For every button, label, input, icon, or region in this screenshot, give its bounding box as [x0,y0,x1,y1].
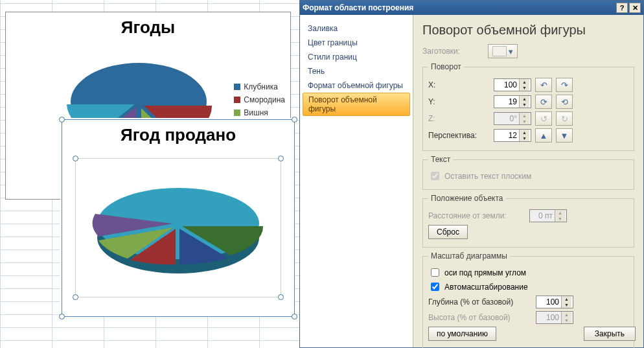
nav-shadow[interactable]: Тень [300,64,413,78]
perspective-widen-button[interactable]: ▼ [556,128,573,143]
dialog-close-button[interactable]: Закрыть [584,327,636,341]
perspective-narrow-button[interactable]: ▲ [535,128,552,143]
rotate-z-ccw-button: ↺ [535,111,552,126]
dialog-titlebar[interactable]: Формат области построения ? ✕ [300,1,643,15]
rotate-x-right-button[interactable]: ↷ [556,78,573,92]
presets-label: Заготовки: [422,47,484,56]
resize-handle-se[interactable] [292,314,297,319]
height-label: Высота (% от базовой) [428,313,532,322]
panel-heading: Поворот объемной фигуры [422,23,634,38]
reset-button[interactable]: Сброс [428,225,468,239]
resize-handle-nw[interactable] [73,156,78,161]
height-input: ▲▼ [536,311,573,324]
legend-label: Клубника [244,82,278,91]
depth-input[interactable]: ▲▼ [536,296,573,308]
depth-label: Глубина (% от базовой) [428,297,532,307]
plot-area[interactable] [75,158,281,297]
distance-input: ▲▼ [529,209,567,222]
group-label: Масштаб диаграммы [428,251,510,261]
help-button[interactable]: ? [616,3,628,13]
group-label: Поворот [428,62,464,71]
spin-down: ▼ [561,318,571,323]
rotate-y-down-button[interactable]: ⟲ [556,95,573,109]
x-label: X: [428,80,490,89]
perspective-input[interactable]: ▲▼ [494,129,531,142]
spin-down: ▼ [519,119,529,124]
presets-dropdown[interactable]: ▾ [488,44,518,58]
resize-handle-se[interactable] [278,294,284,300]
spin-down[interactable]: ▼ [561,302,571,308]
spin-up[interactable]: ▲ [519,79,529,85]
spin-up[interactable]: ▲ [519,96,529,102]
rotation-group: Поворот X: ▲▼ ↶ ↷ Y: ▲▼ ⟳ ⟲ Z: ▲▼ ↺ [422,62,634,151]
legend-item: Клубника [234,82,285,91]
spin-up[interactable]: ▲ [519,130,529,135]
distance-label: Расстояние от земли: [428,211,525,220]
spreadsheet-grid: Ягоды Клубника Смородина Вишня Ягод прод… [0,0,299,348]
z-label: Z: [428,114,490,123]
group-label: Положение объекта [428,194,506,203]
resize-handle-sw[interactable] [73,294,78,300]
y-label: Y: [428,97,490,106]
perspective-label: Перспектива: [428,131,490,140]
nav-3d-format[interactable]: Формат объемной фигуры [300,78,413,93]
legend-swatch [234,110,240,116]
legend-label: Вишня [244,108,268,117]
pie-berries-sold [81,159,275,288]
text-group: Текст Оставить текст плоским [422,155,634,190]
legend-label: Смородина [244,95,285,104]
spin-down[interactable]: ▼ [519,85,529,91]
right-angle-axes-checkbox[interactable]: оси под прямым углом [428,266,628,279]
legend-item: Вишня [234,108,285,117]
nav-border-color[interactable]: Цвет границы [300,36,413,50]
position-group: Положение объекта Расстояние от земли: ▲… [422,194,634,248]
resize-handle-ne[interactable] [292,117,297,122]
chart-title: Ягоды [6,12,290,40]
format-plot-area-dialog: Формат области построения ? ✕ Заливка Цв… [299,0,644,348]
preset-preview-icon [492,46,507,56]
spin-down[interactable]: ▼ [519,135,529,141]
resize-handle-nw[interactable] [59,117,65,122]
rotate-x-left-button[interactable]: ↶ [535,78,552,92]
group-label: Текст [428,155,453,164]
close-button[interactable]: ✕ [629,3,641,13]
legend-swatch [234,84,240,90]
spin-down: ▼ [555,216,565,222]
resize-handle-sw[interactable] [59,314,65,319]
resize-handle-ne[interactable] [278,156,284,161]
default-button[interactable]: по умолчанию [428,327,496,341]
nav-fill[interactable]: Заливка [300,21,413,36]
z-rotation-input: ▲▼ [494,112,531,125]
chart-berries-sold[interactable]: Ягод продано [62,119,295,317]
nav-3d-rotation[interactable]: Поворот объемной фигуры [303,93,410,116]
nav-border-style[interactable]: Стили границ [300,50,413,64]
rotate-z-cw-button: ↻ [556,111,573,126]
legend-item: Смородина [234,95,285,104]
spin-up: ▲ [555,210,565,216]
spin-down[interactable]: ▼ [519,102,529,108]
dialog-title: Формат области построения [303,3,413,12]
legend-swatch [234,97,240,103]
chart-legend: Клубника Смородина Вишня [234,82,285,121]
x-rotation-input[interactable]: ▲▼ [494,78,531,91]
dialog-panel: Поворот объемной фигуры Заготовки: ▾ Пов… [413,15,643,347]
spin-up: ▲ [561,312,571,318]
spin-up: ▲ [519,113,529,119]
chart-title: Ягод продано [62,120,294,148]
dialog-nav: Заливка Цвет границы Стили границ Тень Ф… [300,15,413,347]
autoscale-checkbox[interactable]: Автомасштабирование [428,281,628,293]
rotate-y-up-button[interactable]: ⟳ [535,95,552,109]
spin-up[interactable]: ▲ [561,296,571,302]
keep-text-flat-checkbox: Оставить текст плоским [428,170,628,182]
y-rotation-input[interactable]: ▲▼ [494,95,531,108]
